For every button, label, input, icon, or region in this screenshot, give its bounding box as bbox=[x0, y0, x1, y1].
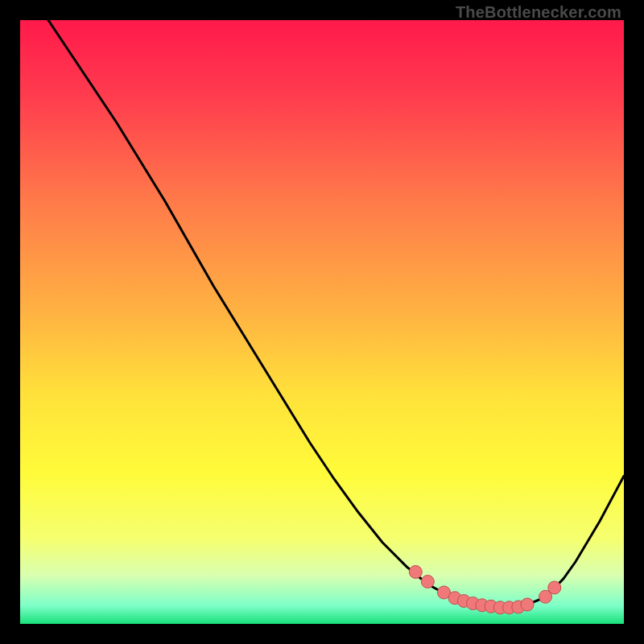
marker-point bbox=[521, 598, 534, 611]
attribution-text: TheBottlenecker.com bbox=[456, 3, 621, 22]
chart-frame: TheBottlenecker.com bbox=[0, 0, 644, 644]
marker-point bbox=[548, 581, 561, 594]
gradient-background bbox=[20, 20, 624, 624]
marker-point bbox=[421, 576, 434, 588]
chart-svg bbox=[20, 20, 624, 624]
plot-area bbox=[20, 20, 624, 624]
marker-point bbox=[409, 566, 422, 579]
